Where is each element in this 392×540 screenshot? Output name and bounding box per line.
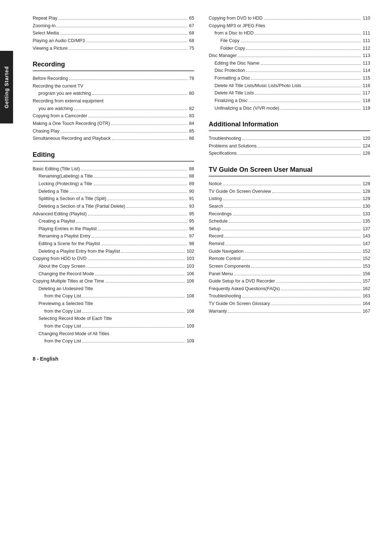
toc-entry: Screen Components 153 [209, 263, 370, 270]
toc-entry: Frequently Asked Questions(FAQs) 162 [209, 285, 370, 293]
toc-title: Folder Copy [220, 45, 363, 52]
toc-entry: Finalizing a Disc 118 [209, 97, 370, 105]
toc-title: File Copy [220, 37, 363, 45]
toc-title: Making a One Touch Recording (OTR) [33, 120, 189, 127]
toc-title: Panel Menu [209, 270, 363, 278]
toc-title: Copying from a Camcorder [33, 112, 189, 120]
toc-title: Remind [209, 240, 363, 248]
toc-entry: Editing the Disc Name 113 [209, 60, 370, 67]
toc-title: Copying MP3 or JPEG Files [209, 22, 370, 30]
toc-title: Locking (Protecting) a Title [38, 180, 189, 188]
toc-title: Formatting a Disc [215, 74, 363, 82]
tvguide-entries: Notice 128 TV Guide On Screen Overview 1… [209, 180, 370, 315]
toc-title: from the Copy List [44, 292, 187, 300]
recording-entries: Before Recording 78 Recording the curren… [33, 75, 194, 142]
toc-entry: Copying Multiple Titles at One Time 106 [33, 277, 194, 285]
toc-title: TV Guide On Screen Glossary [209, 300, 363, 308]
toc-entry: File Copy 111 [209, 37, 370, 45]
toc-title: Select Media [33, 29, 189, 37]
toc-entry: Remote Control 152 [209, 255, 370, 263]
toc-entry: Setup 137 [209, 225, 370, 233]
toc-entry: from the Copy List 108 [33, 292, 194, 300]
toc-entry: Editing a Scene for the Playlist 98 [33, 240, 194, 248]
toc-entry: program you are watching 80 [33, 90, 194, 97]
editing-header: Editing [33, 151, 194, 159]
recording-divider [33, 70, 194, 71]
toc-entry: Recordings 133 [209, 210, 370, 218]
toc-title: from the Copy List [44, 308, 187, 315]
toc-entry: Viewing a Picture 75 [33, 45, 194, 52]
toc-entry: Playing an Audio CD/MP3 68 [33, 37, 194, 45]
toc-entry: Zooming-In 67 [33, 22, 194, 30]
toc-entry: from a Disc to HDD 111 [209, 29, 370, 37]
toc-title: Disc Protection [215, 67, 363, 74]
toc-title: Troubleshooting [209, 135, 363, 142]
editing-entries: Basic Editing (Title List) 88 Renaming(L… [33, 165, 194, 345]
toc-title: Changing Record Mode of All Titles [38, 330, 194, 338]
toc-title: Listing [209, 195, 363, 203]
toc-entry: from the Copy List 108 [33, 308, 194, 315]
bottom-label: 8 - English [33, 356, 194, 362]
toc-title: Deleting a Title [38, 188, 189, 195]
toc-entry: Copying from a Camcorder 83 [33, 112, 194, 120]
toc-title: Notice [209, 180, 363, 188]
toc-title: Advanced Editing (Playlist) [33, 210, 189, 218]
toc-entry: Recording from external equipment [33, 97, 194, 105]
toc-title: Specifications [209, 150, 363, 157]
toc-title: Playing Entries in the Playlist [38, 225, 189, 233]
toc-entry: Troubleshooting 163 [209, 292, 370, 300]
toc-title: Record [209, 232, 363, 240]
toc-title: Deleting a Playlist Entry from the Playl… [38, 248, 187, 255]
toc-title: Guide Setup for a DVD Recorder [209, 277, 363, 285]
tvguide-section: TV Guide On Screen User Manual Notice 12… [209, 166, 370, 315]
toc-entry: Folder Copy 112 [209, 45, 370, 52]
additional-section: Additional Information Troubleshooting 1… [209, 121, 370, 157]
toc-entry: you are watching 82 [33, 105, 194, 113]
toc-title: Viewing a Picture [33, 45, 189, 52]
toc-title: Copying Multiple Titles at One Time [33, 277, 187, 285]
toc-entry: Advanced Editing (Playlist) 95 [33, 210, 194, 218]
toc-entry: Remind 147 [209, 240, 370, 248]
toc-entry: Delete All Title Lists 117 [209, 89, 370, 97]
toc-entry: Selecting Record Mode of Each Title [33, 315, 194, 322]
toc-title: Selecting Record Mode of Each Title [38, 315, 194, 322]
toc-entry: Deleting a Playlist Entry from the Playl… [33, 248, 194, 255]
toc-entry: About the Copy Screen 103 [33, 263, 194, 270]
toc-entry: Changing Record Mode of All Titles [33, 330, 194, 338]
toc-title: Guide Navigation [209, 248, 363, 255]
recording-header: Recording [33, 61, 194, 68]
toc-entry: Record 143 [209, 232, 370, 240]
additional-header: Additional Information [209, 121, 370, 128]
toc-entry: Panel Menu 156 [209, 270, 370, 278]
toc-title: About the Copy Screen [38, 263, 187, 270]
right-top-entries: Copying from DVD to HDD 110 Copying MP3 … [209, 15, 370, 112]
toc-title: Recordings [209, 210, 363, 218]
toc-entry: Troubleshooting 120 [209, 135, 370, 142]
toc-title: Warranty [209, 308, 363, 315]
toc-title: Search [209, 203, 363, 210]
toc-title: Changing the Record Mode [38, 270, 187, 278]
toc-title: Deleting an Undesired Title [38, 285, 194, 293]
top-entries: Repeat Play 65 Zooming-In 67 Select Medi… [33, 15, 194, 52]
toc-entry: Deleting a Section of a Title (Partial D… [33, 203, 194, 210]
toc-entry: Listing 129 [209, 195, 370, 203]
toc-title: Problems and Solutions [209, 142, 363, 150]
toc-title: Recording the current TV [33, 82, 194, 90]
toc-title: Editing the Disc Name [215, 60, 363, 67]
toc-entry: from the Copy List 109 [33, 322, 194, 330]
toc-title: Playing an Audio CD/MP3 [33, 37, 189, 45]
toc-title: Copying from DVD to HDD [209, 15, 363, 22]
toc-title: TV Guide On Screen Overview [209, 188, 363, 195]
toc-entry: Delete All Title Lists/Music Lists/Photo… [209, 82, 370, 90]
tvguide-header: TV Guide On Screen User Manual [209, 166, 370, 174]
toc-entry: Warranty 167 [209, 308, 370, 315]
toc-title: Troubleshooting [209, 292, 363, 300]
toc-entry: Unfinalizing a Disc (V/VR mode) 119 [209, 105, 370, 112]
toc-entry: Repeat Play 65 [33, 15, 194, 22]
toc-entry: Renaming a Playlist Entry 97 [33, 232, 194, 240]
toc-entry: Schedule 135 [209, 218, 370, 225]
toc-entry: Deleting an Undesired Title [33, 285, 194, 293]
toc-entry: Select Media 68 [33, 29, 194, 37]
toc-title: Renaming(Labeling) a Title [38, 172, 189, 180]
toc-entry: Guide Setup for a DVD Recorder 157 [209, 277, 370, 285]
